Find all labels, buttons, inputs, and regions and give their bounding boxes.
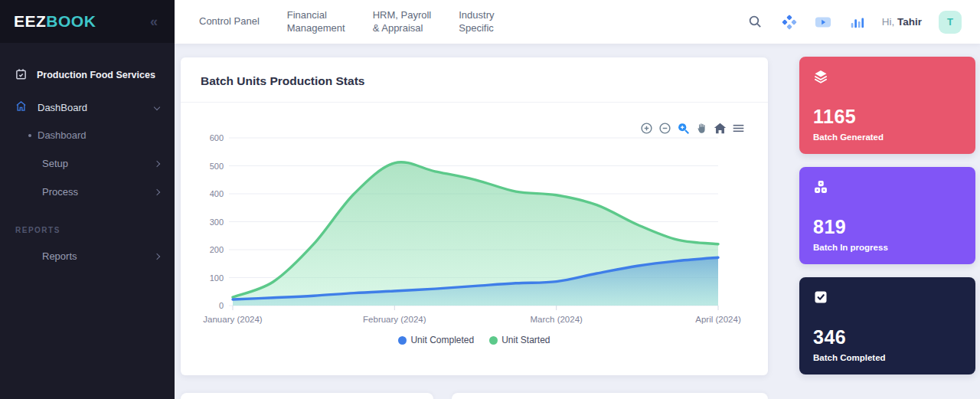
bullet-icon — [28, 134, 31, 137]
chart-title: Batch Units Production Stats — [181, 57, 768, 103]
production-stats-chart[interactable]: 0100200300400500600January (2024)Februar… — [202, 130, 750, 331]
bottom-card-peek-right — [452, 393, 768, 399]
search-icon[interactable] — [747, 14, 764, 31]
sidebar-item-label: Process — [42, 186, 78, 198]
stat-card-batch-in-progress[interactable]: 819 Batch In progress — [799, 167, 975, 264]
avatar[interactable]: T — [939, 11, 962, 34]
stat-value: 346 — [813, 326, 962, 348]
svg-text:400: 400 — [210, 189, 224, 198]
svg-text:500: 500 — [210, 162, 224, 171]
svg-text:200: 200 — [210, 245, 224, 254]
legend-dot-icon — [398, 336, 407, 345]
sidebar-item-setup[interactable]: Setup — [0, 149, 175, 178]
sidebar-item-label: Reports — [42, 250, 77, 262]
layers-icon — [813, 74, 828, 87]
sidebar-collapse-icon[interactable]: « — [150, 14, 158, 30]
chevron-right-icon — [154, 188, 160, 195]
legend-unit-completed[interactable]: Unit Completed — [398, 335, 474, 345]
svg-text:0: 0 — [219, 301, 224, 310]
bottom-card-peek-left — [181, 393, 433, 399]
sidebar-item-label: DashBoard — [38, 102, 87, 113]
calendar-check-icon — [15, 68, 27, 82]
brand-primary: EEZ — [14, 12, 46, 30]
svg-text:January (2024): January (2024) — [203, 315, 263, 324]
nav-item-hrm-payroll-appraisal[interactable]: HRM, Payroll & Appraisal — [373, 9, 432, 34]
cubes-icon — [813, 184, 828, 197]
sidebar-section-reports: REPORTS — [0, 206, 175, 242]
bar-chart-icon[interactable] — [848, 14, 865, 31]
sidebar-header: EEZBOOK « — [0, 0, 175, 43]
video-tutorial-icon[interactable] — [815, 14, 831, 31]
stat-card-batch-generated[interactable]: 1165 Batch Generated — [799, 57, 975, 154]
stat-value: 1165 — [813, 106, 962, 128]
sidebar-item-label: Setup — [42, 158, 68, 169]
legend-unit-started[interactable]: Unit Started — [489, 335, 550, 345]
nav-item-industry-specific[interactable]: Industry Specific — [459, 9, 494, 34]
sidebar-item-label: Production Food Services — [37, 70, 155, 80]
check-square-icon — [813, 294, 828, 307]
topbar-actions: Hi, Tahir T — [747, 11, 980, 34]
stat-value: 819 — [813, 216, 962, 238]
svg-text:600: 600 — [210, 133, 224, 142]
sidebar-item-dashboard[interactable]: Dashboard — [0, 121, 175, 149]
legend-dot-icon — [489, 336, 498, 345]
sidebar: EEZBOOK « Production Food Services DashB… — [0, 0, 175, 399]
svg-text:300: 300 — [210, 217, 224, 227]
stat-card-batch-completed[interactable]: 346 Batch Completed — [799, 277, 975, 374]
svg-text:April (2024): April (2024) — [695, 315, 741, 324]
brand-secondary: BOOK — [46, 12, 96, 30]
nav-item-financial-management[interactable]: Financial Management — [287, 9, 345, 34]
apps-grid-icon[interactable] — [781, 14, 798, 31]
chevron-right-icon — [154, 253, 160, 259]
brand-logo[interactable]: EEZBOOK — [14, 12, 96, 31]
sidebar-item-process[interactable]: Process — [0, 178, 175, 206]
top-navigation: Control Panel Financial Management HRM, … — [199, 9, 495, 34]
stat-label: Batch Completed — [813, 353, 962, 362]
sidebar-menu: Production Food Services DashBoard Dashb… — [0, 43, 175, 270]
home-icon — [15, 100, 27, 114]
chart-legend: Unit Completed Unit Started — [181, 335, 768, 345]
sidebar-item-production-food-services[interactable]: Production Food Services — [0, 61, 175, 89]
sidebar-item-label: Dashboard — [38, 129, 87, 141]
greeting-text: Hi, Tahir — [882, 16, 922, 28]
batch-production-stats-card: Batch Units Production Stats 01002003004… — [181, 57, 768, 375]
username: Tahir — [897, 16, 922, 28]
topbar: Control Panel Financial Management HRM, … — [175, 0, 980, 44]
sidebar-item-reports[interactable]: Reports — [0, 242, 175, 270]
chevron-down-icon — [154, 104, 160, 110]
chevron-right-icon — [154, 160, 160, 166]
nav-item-control-panel[interactable]: Control Panel — [199, 15, 260, 28]
stat-label: Batch In progress — [813, 243, 962, 252]
svg-text:100: 100 — [210, 273, 224, 283]
sidebar-item-dashboard-group[interactable]: DashBoard — [0, 93, 175, 121]
svg-text:February (2024): February (2024) — [363, 315, 426, 324]
stat-label: Batch Generated — [813, 132, 962, 142]
svg-text:March (2024): March (2024) — [531, 315, 583, 324]
